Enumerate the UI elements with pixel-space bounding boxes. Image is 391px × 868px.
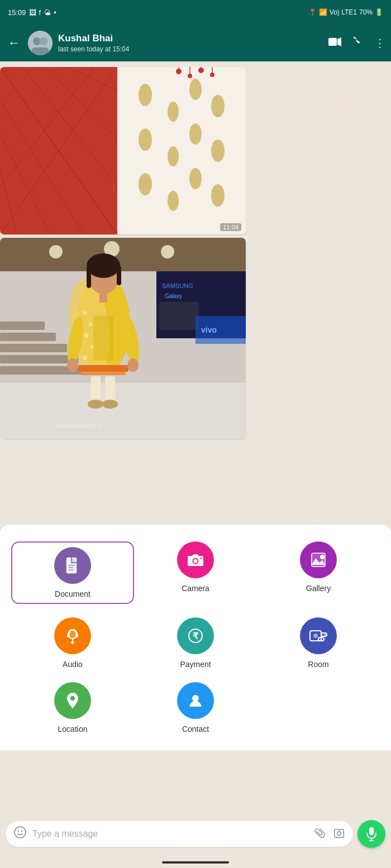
- document-icon: [54, 547, 91, 584]
- message-input-bar: Type a message: [0, 817, 391, 851]
- svg-point-83: [83, 356, 87, 360]
- camera-button[interactable]: [333, 827, 345, 841]
- message-image-fabric: 11:04: [0, 67, 246, 234]
- room-label: Room: [308, 660, 328, 669]
- dot-indicator: •: [54, 8, 56, 17]
- message-2: SAMSUNG Galaxy vivo: [0, 238, 391, 439]
- gallery-icon: [300, 541, 337, 578]
- location-label: Location: [58, 725, 88, 733]
- svg-point-24: [139, 84, 152, 106]
- svg-rect-3: [31, 47, 49, 55]
- attach-payment[interactable]: ₹ Payment: [134, 617, 257, 669]
- attach-camera[interactable]: Camera: [134, 541, 257, 604]
- svg-point-31: [211, 140, 225, 162]
- svg-rect-68: [87, 266, 91, 288]
- svg-point-96: [320, 555, 325, 559]
- video-call-button[interactable]: [328, 37, 342, 50]
- attach-button[interactable]: [311, 824, 331, 843]
- svg-point-28: [139, 128, 152, 151]
- signal-text: Vo) LTE1: [330, 8, 357, 16]
- svg-rect-58: [0, 344, 67, 352]
- svg-rect-97: [67, 634, 70, 637]
- svg-text:SAMSUNG: SAMSUNG: [162, 282, 193, 289]
- message-input-field[interactable]: Type a message: [6, 821, 353, 847]
- nav-bar: [162, 861, 229, 864]
- svg-rect-57: [0, 333, 56, 341]
- call-button[interactable]: [352, 36, 364, 51]
- attach-empty-slot: [257, 682, 380, 733]
- svg-point-27: [211, 95, 225, 117]
- attach-room[interactable]: Room: [257, 617, 380, 669]
- svg-text:Galaxy: Galaxy: [165, 293, 182, 299]
- svg-point-104: [313, 634, 318, 638]
- camera-icon: [177, 541, 214, 578]
- attach-location[interactable]: Location: [11, 682, 134, 733]
- emoji-button[interactable]: [13, 826, 27, 842]
- attach-audio[interactable]: Audio: [11, 617, 134, 669]
- svg-point-109: [70, 696, 75, 701]
- contact-label: Contact: [182, 725, 209, 733]
- svg-point-74: [127, 358, 139, 372]
- payment-label: Payment: [180, 660, 211, 669]
- contact-info: Kushal Bhai last seen today at 15:04: [58, 33, 323, 53]
- document-label: Document: [55, 589, 90, 598]
- svg-rect-45: [0, 238, 246, 271]
- attach-gallery[interactable]: Gallery: [257, 541, 380, 604]
- facebook-icon: f: [39, 8, 41, 17]
- svg-point-33: [168, 191, 179, 211]
- svg-rect-69: [117, 266, 121, 285]
- message-image-lady: SAMSUNG Galaxy vivo: [0, 238, 246, 439]
- svg-point-92: [201, 558, 202, 559]
- message-bubble-1[interactable]: 11:04: [0, 67, 246, 234]
- wifi-icon: 📶: [319, 8, 327, 16]
- svg-point-114: [337, 831, 341, 835]
- svg-point-1: [33, 37, 41, 45]
- svg-text:vivo: vivo: [201, 325, 217, 334]
- svg-point-100: [71, 641, 74, 644]
- svg-rect-115: [369, 827, 374, 835]
- chat-header: ← Kushal Bhai last seen today at 15:04 ⋮: [0, 25, 391, 61]
- contact-status: last seen today at 15:04: [58, 45, 323, 53]
- contact-avatar[interactable]: [28, 31, 53, 55]
- svg-point-73: [67, 358, 78, 372]
- gallery-notification-icon: 🖼: [29, 8, 36, 17]
- status-bar: 15:09 🖼 f 🌤 • 📍 📶 Vo) LTE1 70% 🔋: [0, 0, 391, 25]
- svg-rect-56: [0, 322, 45, 330]
- svg-marker-5: [337, 37, 341, 46]
- status-left: 15:09 🖼 f 🌤 •: [8, 8, 56, 17]
- payment-icon: ₹: [177, 617, 214, 654]
- svg-point-32: [139, 173, 152, 195]
- gallery-label: Gallery: [306, 584, 331, 593]
- svg-rect-98: [75, 634, 78, 637]
- svg-rect-53: [159, 302, 198, 330]
- chat-area: 😊 💬 📞 ❤ 🎵 ✉: [0, 61, 391, 525]
- svg-point-111: [15, 827, 26, 838]
- svg-point-29: [168, 146, 179, 166]
- status-time: 15:09: [8, 8, 26, 17]
- message-bubble-2[interactable]: SAMSUNG Galaxy vivo: [0, 238, 246, 439]
- attach-document[interactable]: Document: [11, 541, 134, 604]
- svg-rect-59: [0, 355, 78, 363]
- audio-icon: [54, 617, 91, 654]
- weather-icon: 🌤: [44, 8, 51, 17]
- menu-button[interactable]: ⋮: [374, 36, 385, 50]
- svg-point-81: [84, 333, 89, 338]
- back-button[interactable]: ←: [6, 33, 22, 52]
- battery-text: 70%: [359, 8, 373, 16]
- svg-point-67: [87, 253, 120, 278]
- svg-point-34: [189, 168, 202, 189]
- status-right: 📍 📶 Vo) LTE1 70% 🔋: [308, 8, 383, 16]
- svg-point-91: [194, 559, 198, 563]
- message-placeholder[interactable]: Type a message: [32, 829, 309, 839]
- location-icon: 📍: [308, 8, 317, 16]
- location-icon: [54, 682, 91, 719]
- svg-rect-70: [99, 292, 107, 303]
- svg-point-26: [189, 79, 202, 100]
- message-1: 11:04: [0, 67, 391, 234]
- room-icon: [300, 617, 337, 654]
- svg-text:₹: ₹: [193, 631, 199, 641]
- mic-button[interactable]: [357, 820, 385, 848]
- camera-label: Camera: [182, 584, 209, 593]
- svg-point-25: [168, 102, 179, 122]
- attach-contact[interactable]: Contact: [134, 682, 257, 733]
